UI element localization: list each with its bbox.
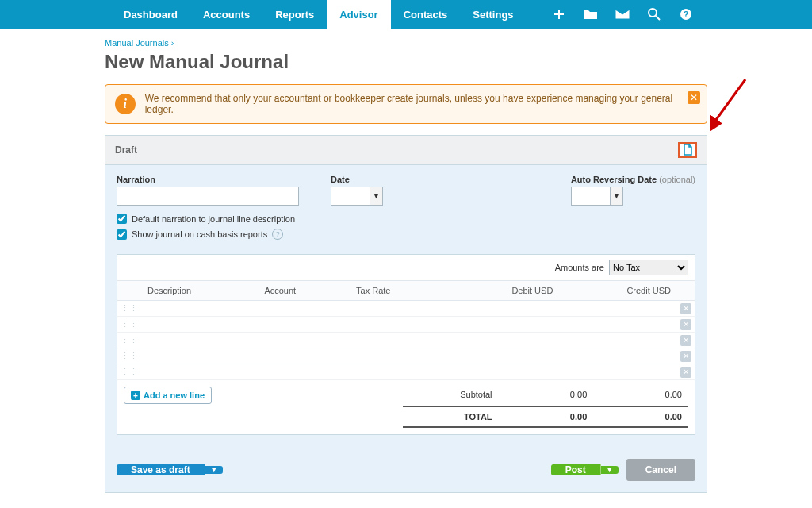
cash-basis-label: Show journal on cash basis reports	[132, 229, 267, 239]
date-dropdown-icon[interactable]: ▼	[370, 187, 383, 206]
status-badge: Draft	[115, 144, 137, 156]
delete-row-icon[interactable]: ✕	[680, 335, 691, 346]
panel-header: Draft	[105, 136, 707, 165]
nav-icon-group: ?	[552, 7, 701, 21]
col-account: Account	[258, 281, 350, 301]
svg-point-0	[649, 9, 657, 17]
breadcrumb-link[interactable]: Manual Journals	[105, 38, 169, 48]
narration-label: Narration	[117, 175, 299, 184]
total-credit: 0.00	[626, 412, 682, 421]
subtotal-credit: 0.00	[626, 390, 682, 399]
total-label: TOTAL	[409, 412, 492, 421]
table-row[interactable]: ⋮⋮✕	[117, 317, 695, 333]
col-tax-rate: Tax Rate	[350, 281, 447, 301]
nav-accounts[interactable]: Accounts	[190, 0, 262, 29]
help-icon[interactable]: ?	[679, 7, 693, 21]
cancel-button[interactable]: Cancel	[626, 459, 695, 481]
subtotal-debit: 0.00	[532, 390, 588, 399]
auto-reversing-input[interactable]	[571, 187, 611, 206]
date-field: Date ▼	[331, 175, 383, 206]
search-icon[interactable]	[647, 7, 661, 21]
amounts-are-select[interactable]: No Tax	[609, 260, 688, 275]
nav-tabs: Dashboard Accounts Reports Advisor Conta…	[111, 0, 527, 29]
default-narration-checkbox[interactable]	[117, 214, 127, 224]
nav-reports[interactable]: Reports	[262, 0, 327, 29]
help-icon[interactable]: ?	[272, 229, 283, 240]
date-label: Date	[331, 175, 383, 184]
svg-line-3	[714, 79, 745, 123]
chevron-down-icon[interactable]: ▼	[601, 466, 619, 474]
journal-panel: Draft Narration Date ▼	[105, 135, 707, 493]
total-debit: 0.00	[532, 412, 588, 421]
save-draft-button[interactable]: Save as draft ▼	[117, 459, 223, 481]
add-line-button[interactable]: + Add a new line	[124, 387, 212, 404]
table-row[interactable]: ⋮⋮✕	[117, 301, 695, 317]
narration-field: Narration	[117, 175, 299, 206]
line-grid: Amounts are No Tax Description Account T…	[117, 254, 695, 435]
plus-icon[interactable]	[552, 7, 566, 21]
table-row[interactable]: ⋮⋮✕	[117, 364, 695, 380]
delete-row-icon[interactable]: ✕	[680, 319, 691, 330]
narration-input[interactable]	[117, 187, 299, 206]
auto-reversing-field: Auto Reversing Date (optional) ▼	[571, 175, 695, 206]
attach-file-button[interactable]	[678, 142, 697, 158]
info-icon: i	[115, 94, 136, 114]
auto-reversing-label: Auto Reversing Date (optional)	[571, 175, 695, 184]
alert-text: We recommend that only your accountant o…	[145, 93, 697, 115]
mail-icon[interactable]	[615, 7, 630, 21]
top-nav: Dashboard Accounts Reports Advisor Conta…	[0, 0, 812, 29]
drag-handle-icon[interactable]: ⋮⋮	[117, 317, 141, 333]
drag-handle-icon[interactable]: ⋮⋮	[117, 364, 141, 380]
post-button[interactable]: Post ▼	[551, 459, 619, 481]
nav-dashboard[interactable]: Dashboard	[111, 0, 190, 29]
action-bar: Save as draft ▼ Post ▼ Cancel	[105, 448, 707, 492]
breadcrumb: Manual Journals ›	[105, 35, 707, 51]
delete-row-icon[interactable]: ✕	[680, 303, 691, 314]
delete-row-icon[interactable]: ✕	[680, 367, 691, 378]
cash-basis-checkbox-row: Show journal on cash basis reports ?	[117, 229, 695, 240]
default-narration-checkbox-row: Default narration to journal line descri…	[117, 214, 695, 224]
arrow-annotation-icon	[710, 75, 749, 131]
plus-icon: +	[131, 391, 140, 400]
nav-contacts[interactable]: Contacts	[391, 0, 461, 29]
drag-handle-icon[interactable]: ⋮⋮	[117, 333, 141, 348]
default-narration-label: Default narration to journal line descri…	[132, 214, 295, 224]
table-row[interactable]: ⋮⋮✕	[117, 333, 695, 348]
info-alert: i We recommend that only your accountant…	[105, 84, 707, 124]
col-debit: Debit USD	[447, 281, 559, 301]
amounts-are-label: Amounts are	[555, 263, 604, 272]
table-row[interactable]: ⋮⋮✕	[117, 348, 695, 364]
cash-basis-checkbox[interactable]	[117, 229, 127, 240]
svg-text:?: ?	[684, 10, 689, 19]
drag-handle-icon[interactable]: ⋮⋮	[117, 348, 141, 364]
delete-row-icon[interactable]: ✕	[680, 351, 691, 362]
file-icon	[683, 144, 692, 156]
subtotal-label: Subtotal	[409, 390, 492, 399]
page-title: New Manual Journal	[105, 51, 707, 73]
folder-icon[interactable]	[584, 7, 598, 21]
auto-rev-dropdown-icon[interactable]: ▼	[611, 187, 623, 206]
chevron-down-icon[interactable]: ▼	[205, 466, 223, 474]
nav-settings[interactable]: Settings	[460, 0, 526, 29]
col-credit: Credit USD	[559, 281, 677, 301]
date-input[interactable]	[331, 187, 370, 206]
drag-handle-icon[interactable]: ⋮⋮	[117, 301, 141, 317]
close-icon[interactable]: ✕	[688, 91, 700, 104]
breadcrumb-sep: ›	[171, 38, 174, 48]
nav-advisor[interactable]: Advisor	[327, 0, 390, 29]
col-description: Description	[141, 281, 258, 301]
